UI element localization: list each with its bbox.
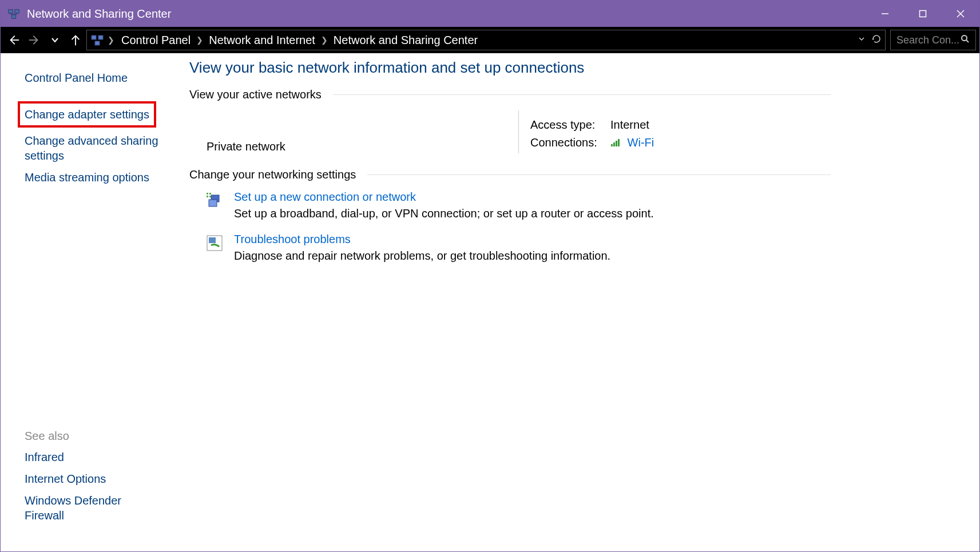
up-button[interactable] <box>66 30 85 50</box>
access-type-value: Internet <box>610 118 649 132</box>
troubleshoot-icon <box>205 234 224 252</box>
location-icon <box>90 33 104 47</box>
window-controls <box>866 1 979 27</box>
page-title: View your basic network information and … <box>189 59 831 77</box>
maximize-button[interactable] <box>904 1 942 27</box>
change-adapter-settings-link[interactable]: Change adapter settings <box>18 101 156 128</box>
active-networks-heading: View your active networks <box>189 88 831 101</box>
svg-line-18 <box>966 40 969 42</box>
search-icon <box>961 34 970 46</box>
task-description: Diagnose and repair network problems, or… <box>234 249 610 263</box>
chevron-right-icon[interactable]: ❯ <box>108 35 114 45</box>
address-field[interactable]: ❯ Control Panel ❯ Network and Internet ❯… <box>86 30 886 50</box>
address-bar: ❯ Control Panel ❯ Network and Internet ❯… <box>1 27 979 53</box>
task-title: Troubleshoot problems <box>234 233 610 246</box>
svg-rect-2 <box>11 15 15 18</box>
see-also-internet-options-link[interactable]: Internet Options <box>25 468 162 490</box>
forward-button[interactable] <box>25 30 44 50</box>
sidebar: Control Panel Home Change adapter settin… <box>1 53 172 551</box>
access-type-label: Access type: <box>530 118 610 132</box>
breadcrumb-item[interactable]: Control Panel <box>118 34 194 47</box>
search-input[interactable]: Search Con... <box>890 30 976 50</box>
task-title: Set up a new connection or network <box>234 190 654 204</box>
svg-rect-21 <box>616 141 617 146</box>
breadcrumb: Control Panel ❯ Network and Internet ❯ N… <box>118 34 481 47</box>
task-description: Set up a broadband, dial-up, or VPN conn… <box>234 207 654 220</box>
svg-rect-20 <box>613 142 615 146</box>
app-icon <box>7 7 20 20</box>
svg-rect-8 <box>920 11 926 17</box>
network-type: Private network <box>207 110 507 153</box>
connections-label: Connections: <box>530 136 610 150</box>
chevron-right-icon[interactable]: ❯ <box>321 35 328 45</box>
svg-rect-19 <box>611 144 613 146</box>
breadcrumb-item[interactable]: Network and Sharing Center <box>330 34 481 47</box>
breadcrumb-item[interactable]: Network and Internet <box>205 34 319 47</box>
see-also-heading: See also <box>25 426 162 446</box>
window-title: Network and Sharing Center <box>27 7 866 21</box>
setup-connection-task[interactable]: Set up a new connection or network Set u… <box>189 190 831 220</box>
media-streaming-options-link[interactable]: Media streaming options <box>25 166 162 188</box>
svg-rect-15 <box>98 35 103 39</box>
divider <box>518 110 519 153</box>
troubleshoot-task[interactable]: Troubleshoot problems Diagnose and repai… <box>189 233 831 263</box>
svg-rect-22 <box>618 139 620 146</box>
svg-rect-1 <box>15 10 19 13</box>
change-advanced-sharing-link[interactable]: Change advanced sharing settings <box>25 130 162 166</box>
minimize-button[interactable] <box>866 1 904 27</box>
recent-locations-button[interactable] <box>45 30 65 50</box>
control-panel-home-link[interactable]: Control Panel Home <box>25 67 162 89</box>
main-panel: View your basic network information and … <box>172 53 979 551</box>
svg-rect-24 <box>209 200 217 206</box>
svg-rect-16 <box>95 41 100 45</box>
chevron-right-icon[interactable]: ❯ <box>196 35 203 45</box>
change-settings-heading: Change your networking settings <box>189 168 831 181</box>
see-also-infrared-link[interactable]: Infrared <box>25 446 162 468</box>
svg-rect-14 <box>92 35 96 39</box>
svg-rect-0 <box>9 10 13 13</box>
wifi-signal-icon <box>610 137 622 150</box>
wifi-connection-link[interactable]: Wi-Fi <box>628 136 654 149</box>
refresh-button[interactable] <box>871 34 882 46</box>
search-placeholder: Search Con... <box>896 34 959 46</box>
close-button[interactable] <box>942 1 979 27</box>
address-dropdown-button[interactable] <box>858 35 866 45</box>
titlebar: Network and Sharing Center <box>1 1 979 27</box>
svg-rect-29 <box>209 237 216 243</box>
new-connection-icon <box>205 192 224 210</box>
svg-point-17 <box>962 35 967 41</box>
see-also-firewall-link[interactable]: Windows Defender Firewall <box>25 490 162 526</box>
back-button[interactable] <box>4 30 23 50</box>
